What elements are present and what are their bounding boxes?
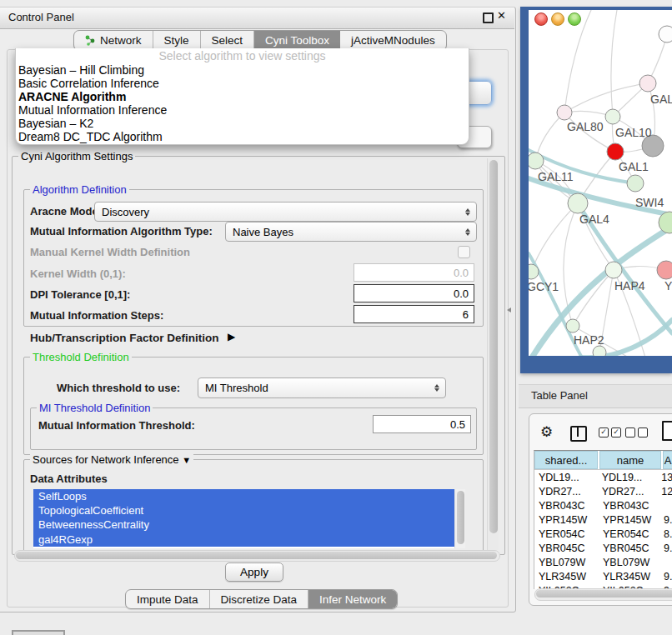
network-node-hap2[interactable]: [566, 319, 579, 332]
table-cell: YDL19...: [599, 472, 659, 483]
algorithm-dropdown-placeholder: Select algorithm to view settings: [16, 48, 469, 63]
table-row[interactable]: YDR27...YDR27...12: [534, 484, 672, 498]
network-edge[interactable]: [611, 10, 617, 117]
table-cell: YBL079W: [534, 557, 599, 568]
cyni-algorithm-settings-title: Cyni Algorithm Settings: [18, 150, 135, 162]
tab-select[interactable]: Select: [201, 31, 255, 50]
network-edge[interactable]: [531, 203, 578, 272]
network-node-gal1[interactable]: [607, 143, 624, 160]
minimized-panel-icon[interactable]: [12, 630, 65, 635]
network-node[interactable]: [659, 26, 672, 42]
settings-horizontal-scrollbar-thumb[interactable]: [16, 552, 497, 559]
network-node-gal80[interactable]: [557, 105, 572, 120]
algorithm-option[interactable]: Basic Correlation Inference: [16, 77, 469, 90]
tab-infer-network[interactable]: Infer Network: [308, 590, 397, 608]
settings-horizontal-scrollbar[interactable]: [14, 550, 500, 562]
which-threshold-combobox[interactable]: MI Threshold: [198, 378, 446, 398]
settings-vertical-scrollbar-thumb[interactable]: [489, 160, 498, 533]
algorithm-dropdown-list: Bayesian – Hill ClimbingBasic Correlatio…: [16, 63, 469, 143]
document-icon[interactable]: [662, 421, 672, 441]
mi-type-label: Mutual Information Algorithm Type:: [30, 225, 213, 238]
column-header-partial[interactable]: A: [663, 451, 672, 469]
mac-zoom-icon[interactable]: [568, 12, 581, 26]
table-cell: 8.: [661, 528, 672, 540]
table-row[interactable]: YPR145WYPR145W9.: [534, 512, 672, 527]
algorithm-option[interactable]: ARACNE Algorithm: [16, 90, 469, 103]
gear-icon[interactable]: ⚙: [540, 423, 553, 441]
manual-kernel-checkbox[interactable]: [458, 246, 470, 258]
select-all-check-icon[interactable]: ✓: [611, 428, 621, 438]
column-header-name[interactable]: name: [599, 451, 661, 469]
control-panel-title: Control Panel: [8, 11, 74, 23]
data-attribute-item[interactable]: SelfLoops: [33, 489, 464, 503]
panel-splitter-handle[interactable]: [507, 308, 511, 312]
select-all-check-icon[interactable]: ✓: [599, 428, 609, 438]
apply-button[interactable]: Apply: [225, 562, 283, 582]
dpi-tolerance-label: DPI Tolerance [0,1]:: [30, 288, 130, 301]
table-row[interactable]: YLR345WYLR345W9.: [534, 569, 672, 583]
table-horizontal-scrollbar-thumb[interactable]: [536, 590, 672, 598]
hub-expand-arrow-icon[interactable]: ▶: [228, 331, 235, 342]
table-row[interactable]: YBR045CYBR045C9.: [534, 541, 672, 555]
network-node-label: GAL10: [615, 126, 652, 139]
table-row[interactable]: YBR043CYBR043C: [534, 498, 672, 512]
tab-cyni-toolbox[interactable]: Cyni Toolbox: [254, 31, 340, 50]
sources-collapse-arrow-icon[interactable]: ▼: [182, 455, 191, 465]
network-node-gal11[interactable]: [529, 152, 544, 169]
network-graph[interactable]: GAL7GAL80GAL10GAL1GAL11SWI4GAL4GCY1HAP4Y…: [529, 10, 672, 356]
split-columns-icon[interactable]: [570, 426, 587, 442]
network-node-gal4[interactable]: [568, 193, 588, 213]
float-window-icon[interactable]: [483, 12, 494, 23]
algorithm-option[interactable]: Bayesian – K2: [16, 117, 469, 130]
kernel-width-label: Kernel Width (0,1):: [30, 268, 126, 280]
network-edge[interactable]: [564, 83, 648, 112]
deselect-checkbox-icon[interactable]: [625, 428, 635, 438]
network-node-hap4[interactable]: [605, 262, 622, 278]
table-cell: YBR045C: [534, 542, 599, 554]
network-node-gal7[interactable]: [639, 75, 656, 92]
algorithm-option[interactable]: Bayesian – Hill Climbing: [16, 63, 469, 77]
data-attribute-item[interactable]: TopologicalCoefficient: [33, 503, 464, 518]
table-row[interactable]: YDL19...YDL19...13: [534, 470, 672, 484]
kernel-width-field[interactable]: 0.0: [354, 263, 474, 282]
network-node-label: GAL11: [538, 170, 574, 183]
aracne-mode-combobox[interactable]: Discovery: [94, 202, 477, 222]
table-cell: YBR043C: [534, 500, 599, 512]
settings-vertical-scrollbar[interactable]: [487, 158, 499, 550]
node-attribute-table[interactable]: shared... name A YDL19...YDL19...13YDR27…: [534, 450, 672, 589]
mac-minimize-icon[interactable]: [551, 12, 564, 26]
network-node[interactable]: [593, 346, 606, 356]
algorithm-option[interactable]: Mutual Information Inference: [16, 103, 469, 117]
tab-network[interactable]: Network: [74, 31, 153, 50]
mi-steps-label: Mutual Information Steps:: [30, 309, 163, 322]
network-node-gal10[interactable]: [605, 109, 620, 124]
algorithm-option[interactable]: Dream8 DC_TDC Algorithm: [16, 130, 469, 143]
close-icon[interactable]: ✕: [497, 9, 506, 22]
network-node-swi4[interactable]: [627, 175, 644, 192]
mi-type-combobox[interactable]: Naive Bayes: [225, 222, 477, 242]
deselect-checkbox-icon[interactable]: [638, 428, 648, 438]
table-horizontal-scrollbar[interactable]: [534, 588, 672, 601]
tab-impute-data[interactable]: Impute Data: [126, 590, 210, 608]
network-canvas[interactable]: GAL7GAL80GAL10GAL1GAL11SWI4GAL4GCY1HAP4Y…: [529, 10, 672, 356]
network-node-label: SWI4: [635, 196, 664, 209]
attributes-scrollbar-thumb[interactable]: [457, 491, 464, 544]
mi-steps-field[interactable]: 6: [354, 305, 474, 323]
mi-threshold-field[interactable]: 0.5: [373, 415, 471, 433]
combo-spinner-icon: [461, 228, 476, 236]
tab-style[interactable]: Style: [153, 31, 201, 50]
data-attributes-list[interactable]: SelfLoopsTopologicalCoefficientBetweenne…: [33, 489, 464, 548]
data-attribute-item[interactable]: gal4RGexp: [33, 532, 464, 547]
column-header-shared-name[interactable]: shared...: [534, 451, 598, 469]
tab-jactivemnodules[interactable]: jActiveMNodules: [340, 31, 446, 50]
attributes-scrollbar[interactable]: [454, 489, 465, 548]
tab-discretize-data[interactable]: Discretize Data: [210, 590, 309, 608]
combo-spinner-icon: [461, 208, 476, 216]
dpi-tolerance-field[interactable]: 0.0: [354, 284, 474, 302]
table-row[interactable]: YBL079WYBL079W: [534, 555, 672, 569]
network-node-y[interactable]: [657, 261, 672, 279]
mac-close-icon[interactable]: [534, 12, 548, 26]
table-row[interactable]: YER054CYER054C8.: [534, 527, 672, 541]
network-edge[interactable]: [564, 10, 591, 112]
data-attribute-item[interactable]: BetweennessCentrality: [33, 518, 464, 532]
